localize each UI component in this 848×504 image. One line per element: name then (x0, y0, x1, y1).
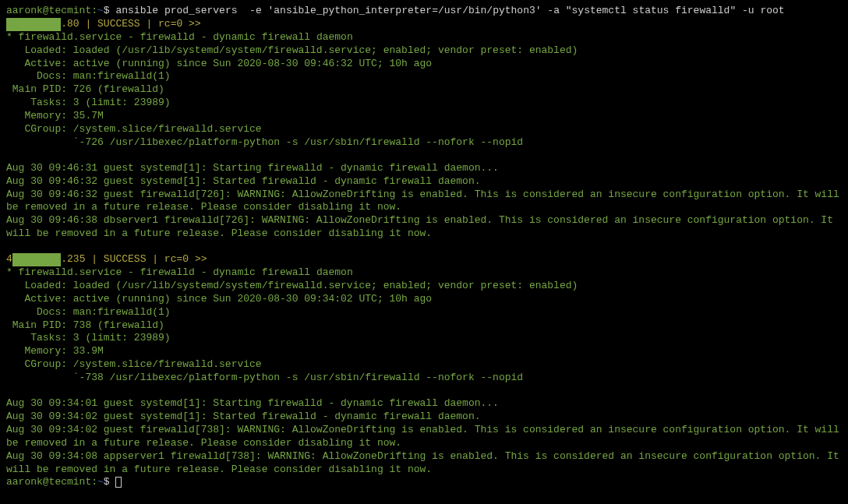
host1-log4: Aug 30 09:46:38 dbserver1 firewalld[726]… (6, 214, 842, 241)
prompt-line-1[interactable]: aaronk@tecmint:~$ ansible prod_servers -… (6, 5, 842, 18)
cursor-icon (115, 477, 122, 488)
host1-docs: Docs: man:firewalld(1) (6, 70, 842, 83)
host1-log3: Aug 30 09:46:32 guest firewalld[726]: WA… (6, 189, 842, 215)
host2-loaded: Loaded: loaded (/usr/lib/systemd/system/… (6, 280, 842, 293)
host2-ip-tail: .235 (61, 253, 85, 265)
host1-ip-tail: .80 (61, 18, 79, 30)
redacted-icon (12, 253, 61, 266)
blank-line (6, 150, 842, 162)
host2-log4: Aug 30 09:34:08 appserver1 firewalld[738… (6, 450, 842, 477)
host1-log2: Aug 30 09:46:32 guest systemd[1]: Starte… (6, 175, 842, 189)
host1-active: Active: active (running) since Sun 2020-… (6, 58, 842, 71)
prompt-line-2[interactable]: aaronk@tecmint:~$ (6, 476, 842, 489)
host2-status: | SUCCESS | rc=0 >> (85, 253, 207, 265)
redacted-icon: 1 (6, 18, 61, 31)
blank-line (6, 385, 842, 397)
host2-memory: Memory: 33.9M (6, 345, 842, 358)
prompt-userhost: aaronk@tecmint (6, 5, 91, 16)
host1-loaded: Loaded: loaded (/usr/lib/systemd/system/… (6, 44, 842, 58)
command-text: ansible prod_servers -e 'ansible_python_… (115, 5, 784, 16)
host2-ip-prefix: 4 (6, 253, 12, 265)
host2-docs: Docs: man:firewalld(1) (6, 306, 842, 319)
host1-status: | SUCCESS | rc=0 >> (80, 18, 201, 30)
host1-service-title: * firewalld.service - firewalld - dynami… (6, 31, 842, 44)
host2-title-text: firewalld.service - firewalld - dynamic … (12, 266, 353, 278)
prompt-dollar: $ (104, 476, 110, 488)
host1-title-text: firewalld.service - firewalld - dynamic … (12, 31, 353, 43)
host2-service-title: * firewalld.service - firewalld - dynami… (6, 266, 842, 280)
host2-log1: Aug 30 09:34:01 guest systemd[1]: Starti… (6, 397, 842, 411)
prompt-sep: : (91, 5, 97, 16)
host2-cgroup1: CGroup: /system.slice/firewalld.service (6, 358, 842, 372)
prompt-path: ~ (97, 5, 104, 16)
prompt-sep: : (91, 476, 97, 488)
prompt-path: ~ (97, 476, 104, 488)
host2-cgroup2: `-738 /usr/libexec/platform-python -s /u… (6, 372, 842, 385)
host2-header: 4 .235 | SUCCESS | rc=0 >> (6, 253, 842, 266)
host1-log1: Aug 30 09:46:31 guest systemd[1]: Starti… (6, 162, 842, 175)
host1-cgroup1: CGroup: /system.slice/firewalld.service (6, 123, 842, 136)
host2-tasks: Tasks: 3 (limit: 23989) (6, 332, 842, 345)
host2-log2: Aug 30 09:34:02 guest systemd[1]: Starte… (6, 411, 842, 424)
host2-mainpid: Main PID: 738 (firewalld) (6, 319, 842, 333)
blank-line (6, 241, 842, 253)
host2-log3: Aug 30 09:34:02 guest firewalld[738]: WA… (6, 424, 842, 450)
host1-memory: Memory: 35.7M (6, 110, 842, 123)
prompt-userhost: aaronk@tecmint (6, 476, 91, 488)
host1-header: 1 .80 | SUCCESS | rc=0 >> (6, 18, 842, 31)
host1-mainpid: Main PID: 726 (firewalld) (6, 83, 842, 97)
bullet-icon: * (6, 266, 12, 278)
terminal-output: aaronk@tecmint:~$ ansible prod_servers -… (6, 5, 842, 489)
prompt-dollar: $ (104, 5, 110, 16)
host2-active: Active: active (running) since Sun 2020-… (6, 293, 842, 306)
host1-tasks: Tasks: 3 (limit: 23989) (6, 97, 842, 110)
bullet-icon: * (6, 31, 12, 43)
host1-cgroup2: `-726 /usr/libexec/platform-python -s /u… (6, 136, 842, 150)
